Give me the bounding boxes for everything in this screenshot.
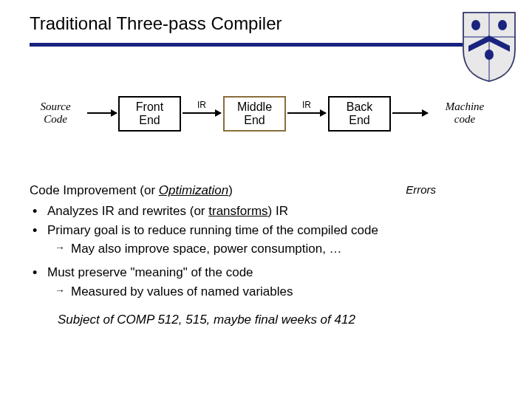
subject-line: Subject of COMP 512, 515, maybe final we… — [58, 311, 502, 329]
front-end-box: FrontEnd — [118, 96, 181, 132]
arrow-4 — [392, 112, 428, 114]
section-heading: Code Improvement (or Optimization) Error… — [30, 182, 502, 200]
arrow-3 — [287, 112, 326, 114]
ir-label-1: IR — [187, 100, 216, 110]
compiler-pipeline: SourceCode FrontEnd IR MiddleEnd IR Back… — [30, 96, 502, 163]
title-underline — [30, 43, 502, 47]
bullet-3: Must preserve "meaning" of the code — [30, 264, 502, 282]
slide-title: Traditional Three-pass Compiler — [30, 13, 282, 34]
ir-label-2: IR — [292, 100, 321, 110]
bullet-list: Analyzes IR and rewrites (or transforms)… — [30, 202, 502, 239]
input-label: SourceCode — [22, 100, 89, 126]
svg-point-1 — [498, 20, 507, 30]
svg-point-0 — [471, 20, 480, 30]
arrow-1 — [87, 112, 117, 114]
errors-label: Errors — [406, 182, 436, 197]
body-text: Code Improvement (or Optimization) Error… — [30, 182, 502, 329]
middle-end-box: MiddleEnd — [223, 96, 286, 132]
bullet-1: Analyzes IR and rewrites (or transforms)… — [30, 202, 502, 220]
back-end-box: BackEnd — [328, 96, 391, 132]
bullet-2-sub: May also improve space, power consumptio… — [30, 240, 502, 258]
bullet-2: Primary goal is to reduce running time o… — [30, 222, 502, 239]
bullet-3-sub: Measured by values of named variables — [30, 283, 502, 301]
output-label: Machinecode — [432, 100, 498, 126]
svg-point-2 — [485, 50, 494, 60]
crest-icon — [460, 9, 519, 83]
arrow-2 — [183, 112, 221, 114]
